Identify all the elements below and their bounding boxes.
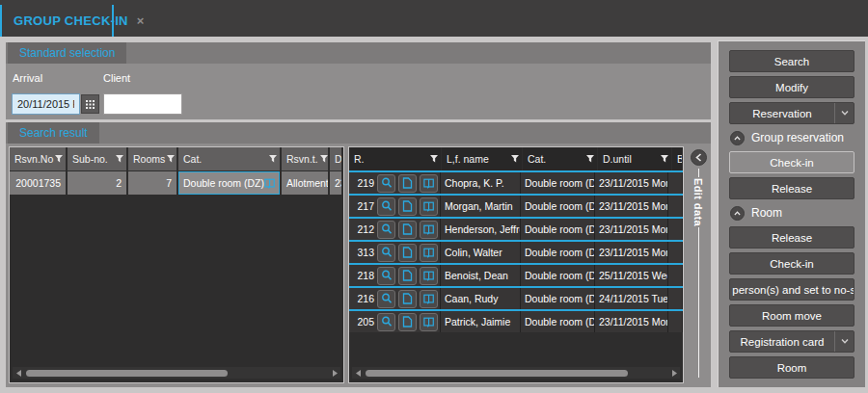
magnifier-button[interactable] bbox=[377, 313, 395, 331]
guest-d-until[interactable]: 24/11/2015 Tue bbox=[595, 288, 668, 309]
guest-b[interactable] bbox=[668, 265, 683, 286]
guest-row[interactable]: 313 Colin, Walter Double room (DZ) 23/11… bbox=[349, 240, 683, 263]
book-button[interactable] bbox=[420, 221, 438, 239]
group-reservation-section-header[interactable]: Group reservation bbox=[730, 130, 854, 145]
cell-sub-no[interactable]: 2 bbox=[68, 171, 126, 195]
tab-search-result[interactable]: Search result bbox=[8, 122, 99, 144]
guest-cat[interactable]: Double room (DZ) bbox=[521, 196, 595, 217]
guest-b[interactable] bbox=[668, 196, 683, 217]
room-checkin-button[interactable]: Check-in bbox=[729, 252, 854, 275]
date-picker-button[interactable] bbox=[81, 94, 99, 114]
scroll-right-icon[interactable] bbox=[668, 367, 680, 379]
client-input[interactable] bbox=[103, 93, 182, 115]
guest-name[interactable]: Morgan, Martin bbox=[441, 196, 521, 217]
expand-panel-button[interactable] bbox=[691, 149, 707, 166]
guest-b[interactable] bbox=[668, 242, 683, 263]
filter-icon[interactable] bbox=[511, 155, 519, 163]
guest-name[interactable]: Patrick, Jaimie bbox=[441, 311, 521, 332]
scrollbar-thumb[interactable] bbox=[366, 370, 628, 377]
filter-icon[interactable] bbox=[586, 155, 594, 163]
reservations-horizontal-scrollbar[interactable] bbox=[13, 367, 340, 379]
magnifier-button[interactable] bbox=[377, 290, 395, 308]
close-icon[interactable]: × bbox=[137, 13, 145, 28]
book-button[interactable] bbox=[420, 174, 438, 193]
cell-dep[interactable]: 23/11/20 bbox=[330, 171, 341, 195]
collapse-section-button[interactable] bbox=[730, 131, 745, 145]
guest-b[interactable] bbox=[668, 172, 683, 194]
collapse-section-button[interactable] bbox=[730, 206, 745, 221]
tab-group-checkin[interactable]: GROUP CHECK-IN × bbox=[2, 5, 155, 37]
scrollbar-track[interactable] bbox=[364, 367, 668, 379]
guest-b[interactable] bbox=[668, 288, 683, 309]
magnifier-button[interactable] bbox=[377, 221, 395, 239]
column-header-cat[interactable]: Cat. bbox=[178, 147, 280, 170]
book-icon[interactable] bbox=[264, 178, 276, 189]
guest-d-until[interactable]: 23/11/2015 Mon bbox=[595, 242, 668, 263]
guest-name[interactable]: Benoist, Dean bbox=[441, 265, 521, 286]
scroll-right-icon[interactable] bbox=[329, 367, 340, 379]
guest-b[interactable] bbox=[668, 311, 683, 332]
guest-row[interactable]: 205 Patrick, Jaimie Double room (DZ) 23/… bbox=[349, 309, 683, 332]
room-release-button[interactable]: Release bbox=[729, 226, 854, 249]
registration-card-split-button[interactable]: Registration card bbox=[729, 330, 854, 353]
column-header-room[interactable]: R. bbox=[349, 147, 441, 170]
scroll-left-icon[interactable] bbox=[352, 367, 364, 379]
guest-row[interactable]: 212 Henderson, Jeffrey Double room (DZ) … bbox=[349, 217, 683, 240]
column-header-name[interactable]: L,f. name bbox=[442, 147, 522, 170]
document-button[interactable] bbox=[398, 267, 417, 285]
filter-icon[interactable] bbox=[320, 155, 328, 163]
book-button[interactable] bbox=[420, 290, 438, 308]
guest-cat[interactable]: Double room (DZ) bbox=[521, 242, 595, 263]
guest-d-until[interactable]: 25/11/2015 Wed bbox=[595, 265, 668, 286]
guest-row[interactable]: 218 Benoist, Dean Double room (DZ) 25/11… bbox=[349, 263, 683, 286]
column-header-rsvn-t[interactable]: Rsvn.t. bbox=[282, 147, 328, 170]
guest-d-until[interactable]: 23/11/2015 Mon bbox=[595, 196, 668, 217]
room-move-button[interactable]: Room move bbox=[729, 304, 854, 327]
guest-cat[interactable]: Double room (DZ) bbox=[521, 288, 595, 309]
column-header-b[interactable]: B bbox=[672, 147, 682, 170]
group-release-button[interactable]: Release bbox=[729, 177, 854, 199]
book-button[interactable] bbox=[420, 313, 438, 331]
document-button[interactable] bbox=[398, 174, 417, 193]
guest-d-until[interactable]: 23/11/2015 Mon bbox=[595, 172, 668, 194]
cell-cat-selected[interactable]: Double room (DZ) bbox=[178, 171, 280, 195]
document-button[interactable] bbox=[398, 197, 417, 216]
group-checkin-button[interactable]: Check-in bbox=[729, 151, 854, 173]
column-header-sub-no[interactable]: Sub-no. bbox=[68, 147, 126, 170]
guest-name[interactable]: Henderson, Jeffrey bbox=[441, 219, 521, 240]
document-button[interactable] bbox=[398, 221, 417, 239]
guest-b[interactable] bbox=[668, 219, 683, 240]
modify-button[interactable]: Modify bbox=[729, 76, 854, 98]
reservation-split-button[interactable]: Reservation bbox=[729, 102, 854, 124]
split-noshow-button[interactable]: Split person(s) and set to no-show bbox=[729, 278, 854, 301]
book-button[interactable] bbox=[420, 244, 438, 262]
book-button[interactable] bbox=[420, 267, 438, 285]
guest-cat[interactable]: Double room (DZ) bbox=[521, 219, 595, 240]
guest-name[interactable]: Caan, Rudy bbox=[441, 288, 521, 309]
cell-rooms[interactable]: 7 bbox=[128, 171, 176, 195]
cell-rsvn-t[interactable]: Allotment bbox=[282, 171, 328, 195]
guest-d-until[interactable]: 23/11/2015 Mon bbox=[595, 311, 668, 332]
filter-icon[interactable] bbox=[167, 155, 175, 163]
reservation-button-label[interactable]: Reservation bbox=[730, 103, 834, 123]
room-section-header[interactable]: Room bbox=[730, 205, 854, 221]
document-button[interactable] bbox=[398, 244, 417, 262]
column-header-dep[interactable]: Dep. bbox=[330, 147, 341, 170]
guest-name[interactable]: Colin, Walter bbox=[441, 242, 521, 263]
book-button[interactable] bbox=[420, 197, 438, 216]
arrival-date-input[interactable] bbox=[12, 93, 80, 115]
filter-icon[interactable] bbox=[430, 155, 438, 163]
filter-icon[interactable] bbox=[269, 155, 277, 163]
scrollbar-thumb[interactable] bbox=[26, 370, 228, 377]
guest-name[interactable]: Chopra, K. P. bbox=[441, 172, 521, 194]
magnifier-button[interactable] bbox=[377, 197, 395, 216]
scroll-left-icon[interactable] bbox=[13, 367, 24, 379]
magnifier-button[interactable] bbox=[377, 244, 395, 262]
guest-cat[interactable]: Double room (DZ) bbox=[521, 172, 595, 194]
guest-d-until[interactable]: 23/11/2015 Mon bbox=[595, 219, 668, 240]
guest-cat[interactable]: Double room (DZ) bbox=[521, 265, 595, 286]
column-header-guest-cat[interactable]: Cat. bbox=[523, 147, 597, 170]
column-header-d-until[interactable]: D.until bbox=[598, 147, 671, 170]
edit-data-panel-collapsed[interactable]: Edit data bbox=[686, 146, 711, 383]
filter-icon[interactable] bbox=[55, 155, 63, 163]
